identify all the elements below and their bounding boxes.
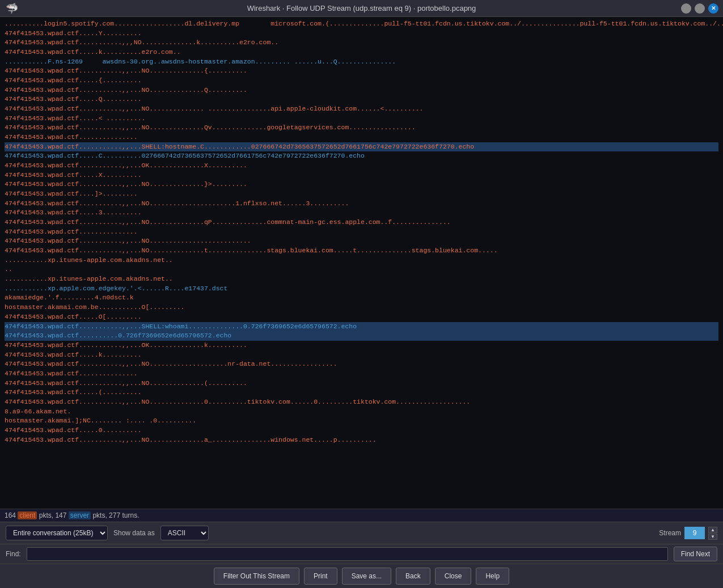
table-row: 474f415453.wpad.ctf...........,,...SHELL… [5, 322, 718, 332]
window-title: Wireshark · Follow UDP Stream (udp.strea… [247, 4, 476, 12]
data-format-select[interactable]: ASCIIHexC ArraysRaw [160, 526, 209, 540]
save-as-button[interactable]: Save as... [342, 568, 391, 585]
table-row: 474f415453.wpad.ctf....]>......... [5, 189, 718, 199]
table-row: ..........login5.spotify.com............… [5, 19, 718, 29]
client-badge: client [18, 511, 37, 519]
server-badge: server [69, 511, 91, 519]
table-row: 474f415453.wpad.ctf.....Q.......... [5, 95, 718, 104]
table-row: hostmaster.akamai.];NC........ :.... .0.… [5, 416, 718, 426]
print-button[interactable]: Print [304, 568, 337, 585]
stream-number-input[interactable] [684, 527, 705, 539]
table-row: 474f415453.wpad.ctf.....O[......... [5, 312, 718, 322]
find-next-button[interactable]: Find Next [674, 547, 717, 561]
find-input[interactable] [27, 547, 668, 561]
stream-arrows: ▲ ▼ [708, 527, 717, 540]
find-bar: Find: Find Next [0, 544, 723, 564]
close-button[interactable]: Close [435, 568, 472, 585]
stream-increment-button[interactable]: ▲ [708, 527, 717, 533]
table-row: 474f415453.wpad.ctf.....k.......... [5, 350, 718, 360]
table-row: 474f415453.wpad.ctf...........,,...NO...… [5, 66, 718, 76]
conversation-select[interactable]: Entire conversation (25kB) [6, 526, 108, 540]
help-button[interactable]: Help [476, 568, 509, 585]
table-row: ...........F.ns-1269 awsdns-30.org..awsd… [5, 57, 718, 67]
stream-content-area: ..........login5.spotify.com............… [0, 17, 723, 509]
stream-label: Stream [659, 529, 681, 537]
find-label: Find: [6, 550, 21, 558]
table-row: 474f415453.wpad.ctf...........,,...NO...… [5, 218, 718, 227]
minimize-button[interactable] [681, 3, 691, 14]
table-row: 474f415453.wpad.ctf............... [5, 227, 718, 237]
stream-decrement-button[interactable]: ▼ [708, 534, 717, 540]
table-row: ...........xp.apple.com.edgekey.'.<.....… [5, 284, 718, 294]
table-row: 474f415453.wpad.ctf...........,,...NO...… [5, 246, 718, 256]
table-row: 474f415453.wpad.ctf...........,,,NO.....… [5, 38, 718, 48]
table-row: 474f415453.wpad.ctf............... [5, 133, 718, 142]
controls-bar: Entire conversation (25kB) Show data as … [0, 522, 723, 544]
app-logo: 🦈 [6, 2, 18, 15]
stream-control: Stream ▲ ▼ [659, 527, 717, 540]
table-row: 474f415453.wpad.ctf...........,,...NO...… [5, 397, 718, 407]
table-row: 8.a9-66.akam.net. [5, 407, 718, 417]
actions-bar: Filter Out This Stream Print Save as... … [0, 564, 723, 588]
stats-bar: 164 client pkts, 147 server pkts, 277 tu… [0, 509, 723, 522]
maximize-button[interactable] [695, 3, 705, 14]
table-row: 474f415453.wpad.ctf.....< .......... [5, 114, 718, 124]
table-row: 474f415453.wpad.ctf...........,,...NO...… [5, 123, 718, 133]
table-row: 474f415453.wpad.ctf.....k..........e2ro.… [5, 48, 718, 57]
table-row: 474f415453.wpad.ctf.....0.......... [5, 426, 718, 435]
table-row: 474f415453.wpad.ctf.....C..........02766… [5, 151, 718, 161]
table-row: 474f415453.wpad.ctf...........,,...SHELL… [5, 142, 718, 152]
table-row: 474f415453.wpad.ctf.....3.......... [5, 208, 718, 218]
title-bar: 🦈 Wireshark · Follow UDP Stream (udp.str… [0, 0, 723, 17]
table-row: 474f415453.wpad.ctf...........,,...OK...… [5, 161, 718, 171]
stats-count: 164 client pkts, 147 server pkts, 277 tu… [5, 511, 139, 519]
table-row: 474f415453.wpad.ctf............... [5, 369, 718, 379]
window-controls: ✕ [681, 3, 718, 14]
table-row: 474f415453.wpad.ctf...........,,...OK...… [5, 341, 718, 350]
table-row: 474f415453.wpad.ctf...........,,...NO...… [5, 236, 718, 246]
table-row: akamaiedge.'.f.........4.n0dsct.k [5, 293, 718, 303]
table-row: 474f415453.wpad.ctf...........,,...NO...… [5, 379, 718, 388]
show-data-label: Show data as [113, 529, 155, 537]
table-row: 474f415453.wpad.ctf.....{.......... [5, 76, 718, 86]
table-row: 474f415453.wpad.ctf...........,,...NO...… [5, 199, 718, 209]
table-row: 474f415453.wpad.ctf...........,,...NO...… [5, 86, 718, 95]
table-row: 474f415453.wpad.ctf.....Y.......... [5, 29, 718, 39]
table-row: 474f415453.wpad.ctf..........0.726f73696… [5, 331, 718, 341]
table-row: 474f415453.wpad.ctf...........,,...NO...… [5, 180, 718, 189]
table-row: ...........xp.itunes-apple.com.akadns.ne… [5, 274, 718, 284]
filter-out-button[interactable]: Filter Out This Stream [214, 568, 299, 585]
table-row: 474f415453.wpad.ctf...........,,...NO...… [5, 435, 718, 445]
table-row: 474f415453.wpad.ctf...........,,...NO...… [5, 104, 718, 114]
close-window-button[interactable]: ✕ [708, 3, 718, 14]
table-row: 474f415453.wpad.ctf.....X.......... [5, 171, 718, 180]
table-row: 474f415453.wpad.ctf...........,,...NO...… [5, 359, 718, 369]
back-button[interactable]: Back [396, 568, 430, 585]
table-row: ...........xp.itunes-apple.com.akadns.ne… [5, 256, 718, 265]
table-row: 474f415453.wpad.ctf.....(.......... [5, 388, 718, 397]
table-row: hostmaster.akamai.com.be...........O[...… [5, 303, 718, 312]
table-row: .. [5, 265, 718, 274]
